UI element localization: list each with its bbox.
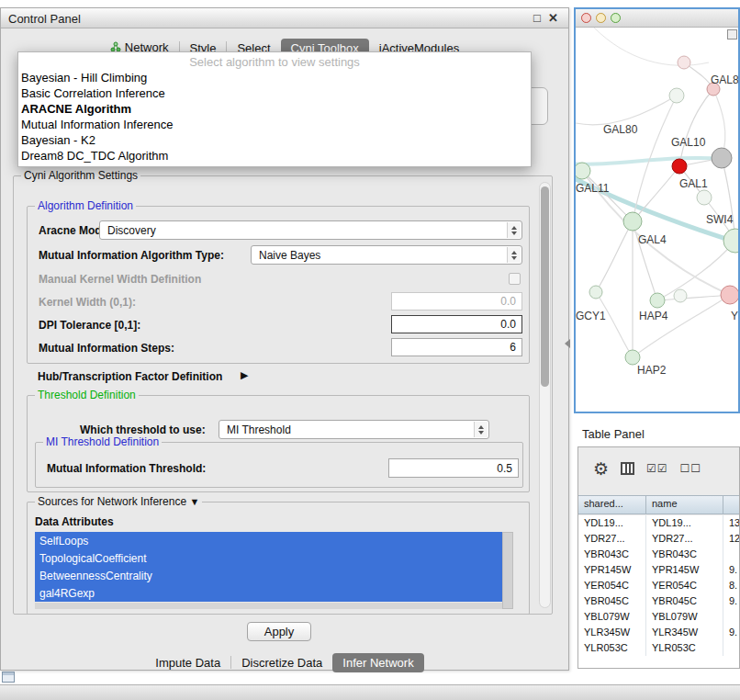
attribute-item-selected[interactable]: BetweennessCentrality	[35, 567, 502, 584]
sources-group-title[interactable]: Sources for Network Inference ▼	[35, 495, 202, 508]
node[interactable]	[669, 88, 684, 103]
mi-steps-label: Mutual Information Steps:	[39, 342, 174, 355]
birdseye-toggle-icon[interactable]	[727, 29, 737, 40]
tab-infer-network[interactable]: Infer Network	[332, 653, 423, 672]
mi-threshold-label: Mutual Information Threshold:	[47, 462, 206, 475]
minimized-panel-icon[interactable]	[2, 672, 15, 683]
node-gcy1[interactable]	[589, 286, 602, 299]
column-browser-icon[interactable]	[621, 462, 634, 475]
table-cell: YDL19...	[578, 515, 646, 531]
which-threshold-combo[interactable]: MI Threshold	[219, 420, 489, 439]
node[interactable]	[674, 289, 687, 302]
gear-icon[interactable]: ⚙	[593, 460, 609, 478]
float-window-icon[interactable]: □	[533, 11, 541, 25]
attribute-list-hscrollbar[interactable]	[35, 603, 502, 609]
table-cell: YBR045C	[578, 593, 646, 609]
table-panel-window: ⚙ ☑☑ ☐☐ shared... name YDL19... YDL19...…	[577, 446, 740, 669]
data-attributes-label: Data Attributes	[35, 515, 114, 528]
mi-threshold-title: MI Threshold Definition	[43, 435, 162, 448]
tab-discretize-data[interactable]: Discretize Data	[231, 653, 332, 672]
zoom-traffic-light-icon[interactable]	[611, 13, 621, 23]
node-gray-hub[interactable]	[712, 148, 732, 168]
close-traffic-light-icon[interactable]	[581, 13, 591, 23]
table-row[interactable]: YBL079W YBL079W	[578, 609, 739, 625]
cyni-algorithm-settings-group: Cyni Algorithm Settings Algorithm Defini…	[13, 175, 553, 615]
dropdown-item[interactable]: Mutual Information Inference	[18, 117, 531, 132]
table-row[interactable]: YDR27... YDR27... 12	[578, 531, 739, 547]
attribute-list-scrollbar[interactable]	[502, 532, 513, 609]
settings-scrollbar-thumb[interactable]	[541, 186, 549, 387]
table-row[interactable]: YDL19... YDL19... 13	[578, 515, 739, 531]
aracne-mode-value: Discovery	[107, 224, 156, 237]
tab-impute-data[interactable]: Impute Data	[145, 653, 230, 672]
column-header-name[interactable]: name	[646, 496, 723, 514]
manual-kernel-checkbox[interactable]	[509, 273, 521, 285]
node-hap4[interactable]	[650, 293, 665, 308]
dpi-tolerance-label: DPI Tolerance [0,1]:	[39, 319, 140, 332]
table-header-row: shared... name	[578, 495, 739, 514]
table-panel-heading: Table Panel	[582, 427, 645, 441]
attribute-item-selected[interactable]: gal4RGexp	[35, 584, 502, 602]
table-cell: YDL19...	[646, 515, 723, 531]
table-row[interactable]: YLR345W YLR345W 9.	[578, 625, 739, 640]
node-pink[interactable]	[721, 286, 738, 304]
table-row[interactable]: YBR043C YBR043C	[578, 547, 739, 562]
which-threshold-value: MI Threshold	[227, 423, 291, 436]
close-window-icon[interactable]: ✕	[548, 11, 558, 25]
network-view-window[interactable]: GAL8 GAL80 GAL10 GAL11 GAL1 SWI4 GAL4 GC…	[574, 7, 740, 413]
dropdown-item[interactable]: Dream8 DC_TDC Algorithm	[18, 148, 531, 164]
minimize-traffic-light-icon[interactable]	[596, 13, 606, 23]
node-gal10-highlighted[interactable]	[672, 159, 687, 174]
dropdown-item[interactable]: Bayesian - Hill Climbing	[18, 70, 531, 85]
hub-section-label[interactable]: Hub/Transcription Factor Definition	[38, 370, 222, 383]
node-gal4[interactable]	[623, 212, 642, 231]
algorithm-dropdown-popup: Select algorithm to view settings Bayesi…	[17, 51, 532, 167]
deselect-all-icon[interactable]: ☐☐	[680, 462, 702, 475]
apply-button[interactable]: Apply	[247, 622, 311, 641]
cyni-mode-tabbar: Impute Data Discretize Data Infer Networ…	[1, 652, 568, 672]
mi-steps-field[interactable]: 6	[391, 338, 522, 356]
aracne-mode-combo[interactable]: Discovery	[99, 220, 522, 240]
mi-type-value: Naive Bayes	[259, 249, 320, 262]
dpi-tolerance-field[interactable]: 0.0	[391, 315, 522, 333]
node-gal11[interactable]	[576, 163, 590, 179]
node[interactable]	[678, 56, 690, 69]
table-cell: YER054C	[646, 578, 723, 593]
collapse-right-icon[interactable]: ▶	[241, 369, 248, 381]
dropdown-placeholder: Select algorithm to view settings	[18, 54, 531, 70]
splitter-collapse-icon[interactable]	[565, 339, 570, 348]
combo-stepper-icon	[507, 247, 521, 263]
node-swi4[interactable]	[723, 229, 738, 253]
node-label: Y	[731, 310, 738, 322]
table-body: YDL19... YDL19... 13 YDR27... YDR27... 1…	[578, 515, 739, 668]
network-canvas[interactable]: GAL8 GAL80 GAL10 GAL11 GAL1 SWI4 GAL4 GC…	[576, 28, 738, 412]
dropdown-item[interactable]: Basic Correlation Inference	[18, 85, 531, 101]
threshold-definition-title: Threshold Definition	[35, 389, 139, 401]
table-row[interactable]: YBR045C YBR045C 9.	[578, 593, 739, 609]
attribute-item-selected[interactable]: SelfLoops	[35, 532, 502, 549]
node-gal1[interactable]	[697, 190, 712, 205]
table-cell: YLR345W	[646, 625, 723, 640]
node-hap2[interactable]	[625, 350, 640, 365]
column-header-extra[interactable]	[723, 496, 739, 514]
mi-type-combo[interactable]: Naive Bayes	[251, 245, 522, 265]
select-all-icon[interactable]: ☑☑	[646, 462, 668, 475]
table-row[interactable]: YER054C YER054C 8.	[578, 578, 739, 593]
settings-group-title: Cyni Algorithm Settings	[21, 169, 140, 182]
table-cell: YBR043C	[578, 547, 646, 562]
table-cell: YER054C	[578, 578, 646, 593]
settings-scrollbar[interactable]	[539, 182, 551, 608]
apply-button-label: Apply	[264, 625, 295, 638]
dropdown-item[interactable]: Bayesian - K2	[18, 132, 531, 148]
column-header-shared-name[interactable]: shared...	[578, 496, 646, 514]
mi-steps-value: 6	[510, 341, 516, 354]
mi-threshold-field[interactable]: 0.5	[388, 458, 519, 478]
dropdown-item-selected[interactable]: ARACNE Algorithm	[18, 101, 531, 117]
attribute-item-selected[interactable]: TopologicalCoefficient	[35, 549, 502, 567]
collapse-down-icon: ▼	[189, 496, 199, 507]
table-row[interactable]: YPR145W YPR145W 9.	[578, 562, 739, 578]
node-label: GAL10	[671, 136, 705, 149]
kernel-width-field[interactable]: 0.0	[391, 292, 522, 310]
table-row[interactable]: YLR053C YLR053C	[578, 640, 739, 656]
node-label: SWI4	[706, 213, 733, 226]
